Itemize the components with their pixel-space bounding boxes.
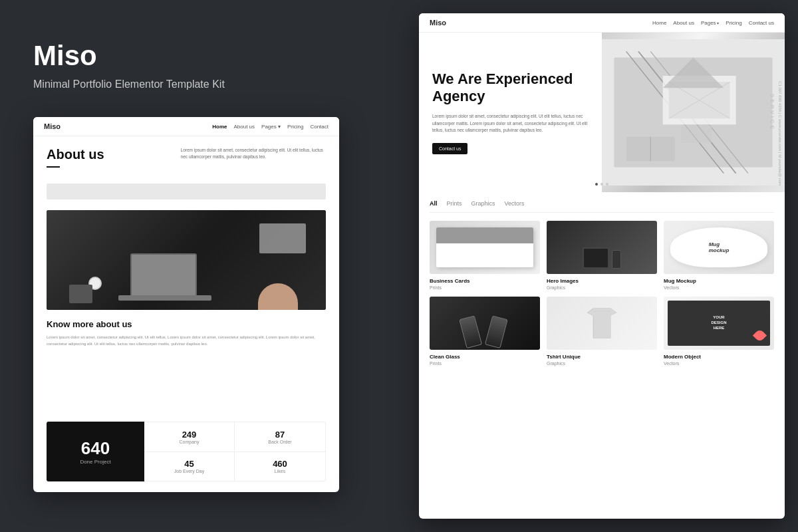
portfolio-thumb-3[interactable]: Mugmockup <box>664 221 774 274</box>
left-mockup: Miso Home About us Pages ▾ Pricing Conta… <box>33 117 339 492</box>
stats-cell-2: 87 Back Order <box>235 422 325 452</box>
filter-vectors[interactable]: Vectors <box>505 200 525 207</box>
portfolio-grid: Business Cards Prints Hero Images Graphi… <box>430 221 774 366</box>
about-section: About us Lorem ipsum dolor sit amet, con… <box>47 147 326 173</box>
portfolio-item-3-cat: Vectors <box>664 285 774 290</box>
right-nav-links: Home About us Pages Pricing Contact us <box>652 20 774 26</box>
portfolio-item-5: Tshirt Unique Graphics <box>547 297 657 366</box>
right-nav-contact[interactable]: Contact us <box>749 20 774 26</box>
stats-section: 640 Done Project 249 Company 87 Back Ord… <box>47 422 326 481</box>
know-more-text: Lorem ipsum dolor sit amet, consectetur … <box>47 334 326 347</box>
about-underline <box>47 166 60 168</box>
stats-cell-1: 249 Company <box>144 422 235 452</box>
portfolio-item-5-cat: Graphics <box>547 361 657 366</box>
stats-cell-1-number: 249 <box>182 430 197 440</box>
stats-main: 640 Done Project <box>47 422 144 481</box>
hero-dot-3[interactable] <box>606 183 608 186</box>
portfolio-thumb-5[interactable] <box>547 297 657 350</box>
stats-grid: 249 Company 87 Back Order 45 Job Every D… <box>144 422 326 481</box>
stats-cell-2-label: Back Order <box>268 440 291 444</box>
right-nav-brand: Miso <box>430 19 446 27</box>
desk-laptop <box>130 253 197 297</box>
thumb-magazine <box>436 227 533 267</box>
arch-image <box>602 33 785 192</box>
device-phone <box>612 250 621 269</box>
stats-cell-3: 45 Job Every Day <box>144 452 235 481</box>
thumb-foldable <box>467 310 503 346</box>
fold-half-right <box>485 315 508 348</box>
hero-contact-button[interactable]: Contact us <box>432 143 467 154</box>
thumb-modern: YOURDESIGNHERE <box>668 301 770 346</box>
portfolio-item-1-title: Business Cards <box>430 278 540 284</box>
portfolio-item-4: Clean Glass Prints <box>430 297 540 366</box>
filter-all[interactable]: All <box>430 200 438 207</box>
thumb-tshirt <box>552 302 652 344</box>
left-nav-brand: Miso <box>44 122 61 130</box>
left-nav-pricing[interactable]: Pricing <box>287 124 303 130</box>
about-text: Lorem ipsum dolor sit amet, consectetur … <box>181 147 326 160</box>
portfolio-item-2-title: Hero Images <box>547 278 657 284</box>
left-nav-contact[interactable]: Contact <box>310 124 329 130</box>
left-nav-pages[interactable]: Pages ▾ <box>261 124 281 130</box>
modern-flower <box>753 329 767 342</box>
right-nav-about[interactable]: About us <box>673 20 694 26</box>
right-panel: Miso Home About us Pages Pricing Contact… <box>406 0 798 532</box>
stats-cell-2-number: 87 <box>275 430 285 440</box>
portfolio-item-6: YOURDESIGNHERE Modern Object Vectors <box>664 297 774 366</box>
about-right: Lorem ipsum dolor sit amet, consectetur … <box>181 147 326 160</box>
about-placeholder <box>47 184 326 200</box>
workspace-image <box>47 210 326 310</box>
contact-watermark: C1 007 890 4356 | C www.yoursite.com | M… <box>778 81 782 186</box>
left-mockup-content: About us Lorem ipsum dolor sit amet, con… <box>33 136 339 492</box>
portfolio-item-4-title: Clean Glass <box>430 354 540 360</box>
portfolio-thumb-1[interactable] <box>430 221 540 274</box>
portfolio-item-2-cat: Graphics <box>547 285 657 290</box>
portfolio-item-3: Mugmockup Mug Mockup Vectors <box>664 221 774 290</box>
portfolio-item-3-title: Mug Mockup <box>664 278 774 284</box>
portfolio-thumb-4[interactable] <box>430 297 540 350</box>
tshirt-shape <box>587 309 617 338</box>
desk-keyboard <box>259 223 306 253</box>
know-more-title: Know more about us <box>47 319 326 329</box>
hero-text: Lorem ipsum dolor sit amet, consectetur … <box>432 113 589 134</box>
left-panel: Miso Minimal Portfolio Elementor Templat… <box>0 0 372 532</box>
stats-cell-3-label: Job Every Day <box>174 469 205 473</box>
desk-tablet <box>69 285 92 303</box>
left-mockup-nav: Miso Home About us Pages ▾ Pricing Conta… <box>33 117 339 136</box>
left-nav-about[interactable]: About us <box>233 124 255 130</box>
modern-label: YOURDESIGNHERE <box>711 315 726 331</box>
portfolio-item-2: Hero Images Graphics <box>547 221 657 290</box>
brand-subtitle: Minimal Portfolio Elementor Template Kit <box>33 78 339 90</box>
fold-half-left <box>459 315 482 348</box>
device-monitor <box>583 247 609 269</box>
portfolio-section: All Prints Graphics Vectors Business Car… <box>419 192 785 519</box>
portfolio-item-1-cat: Prints <box>430 285 540 290</box>
hero-dot-1[interactable] <box>595 183 598 186</box>
filter-prints[interactable]: Prints <box>447 200 462 207</box>
left-nav-home[interactable]: Home <box>212 124 227 130</box>
hero-title: We Are Experienced Agency <box>432 70 589 106</box>
hero-dots <box>595 183 608 186</box>
portfolio-item-6-cat: Vectors <box>664 361 774 366</box>
portfolio-thumb-2[interactable] <box>547 221 657 274</box>
right-nav-pricing[interactable]: Pricing <box>726 20 741 26</box>
about-left: About us <box>47 147 172 173</box>
stats-main-label: Done Project <box>80 459 110 465</box>
stats-cell-4-number: 460 <box>273 459 287 469</box>
svg-rect-9 <box>681 124 712 143</box>
right-nav-home[interactable]: Home <box>652 20 666 26</box>
portfolio-thumb-6[interactable]: YOURDESIGNHERE <box>664 297 774 350</box>
portfolio-item-5-title: Tshirt Unique <box>547 354 657 360</box>
portfolio-item-4-cat: Prints <box>430 361 540 366</box>
right-mockup: Miso Home About us Pages Pricing Contact… <box>419 13 785 519</box>
tshirt-svg <box>587 307 617 340</box>
stats-cell-1-label: Company <box>180 440 200 444</box>
right-nav-pages[interactable]: Pages <box>701 20 719 26</box>
stats-cell-4-label: Likes <box>275 469 285 473</box>
right-mockup-nav: Miso Home About us Pages Pricing Contact… <box>419 13 785 33</box>
filter-graphics[interactable]: Graphics <box>471 200 495 207</box>
hero-dot-2[interactable] <box>600 183 603 186</box>
service-watermark: SERVICE <box>770 94 776 131</box>
svg-marker-13 <box>587 309 617 338</box>
portfolio-filters: All Prints Graphics Vectors <box>430 200 774 213</box>
